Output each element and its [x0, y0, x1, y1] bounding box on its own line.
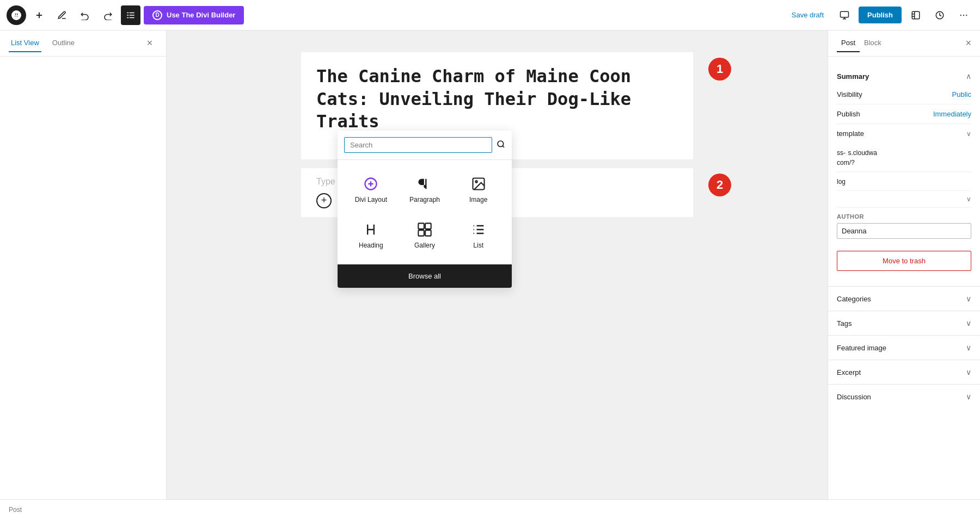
summary-header[interactable]: Summary ∧ — [837, 65, 971, 85]
right-panel-body: Summary ∧ Visibility Public Publish Imme… — [828, 57, 980, 286]
svg-rect-23 — [418, 230, 424, 236]
block-item-heading[interactable]: Heading — [346, 214, 396, 256]
url-suffix: com/? — [837, 159, 855, 166]
left-panel-tabs: List View Outline × — [0, 30, 166, 57]
svg-rect-9 — [130, 17, 134, 18]
summary-chevron-icon: ∧ — [966, 72, 971, 81]
visibility-row: Visibility Public — [837, 85, 971, 104]
divi-circle-icon: D — [152, 10, 162, 20]
add-block-toolbar-btn[interactable] — [29, 5, 49, 25]
wp-logo[interactable]: W — [7, 5, 26, 25]
right-panel: Post Block × Summary ∧ Visibility Public… — [828, 30, 980, 499]
paragraph-icon — [417, 175, 432, 193]
tags-title: Tags — [837, 319, 852, 328]
excerpt-header[interactable]: Excerpt ∨ — [828, 360, 980, 384]
svg-point-14 — [963, 14, 964, 15]
tags-chevron-icon: ∨ — [966, 319, 971, 328]
author-select[interactable]: Deanna — [837, 223, 971, 239]
block-picker-search-area — [338, 131, 512, 160]
discussion-header[interactable]: Discussion ∨ — [828, 385, 980, 409]
svg-line-17 — [503, 146, 504, 147]
svg-point-20 — [475, 181, 477, 183]
post-title-input[interactable]: The Canine Charm of Maine Coon Cats: Unv… — [316, 65, 678, 133]
block-item-gallery[interactable]: Gallery — [400, 214, 450, 256]
toolbar-left: W D Use The Divi Builder — [7, 5, 244, 25]
image-icon — [471, 175, 486, 193]
blog-section: log — [837, 172, 971, 191]
tab-outline[interactable]: Outline — [50, 34, 77, 52]
featured-image-chevron-icon: ∨ — [966, 343, 971, 352]
visibility-value[interactable]: Public — [952, 90, 971, 98]
category-chevron: ∨ — [966, 195, 971, 203]
status-bar-label: Post — [9, 506, 22, 514]
featured-image-section: Featured image ∨ — [828, 335, 980, 360]
add-block-inline-btn[interactable]: + — [316, 193, 332, 208]
url-section: ss- s.cloudwa com/? — [837, 143, 971, 172]
divi-builder-btn[interactable]: D Use The Divi Builder — [144, 6, 244, 24]
summary-title: Summary — [837, 72, 869, 81]
svg-rect-22 — [425, 223, 431, 229]
tags-section: Tags ∨ — [828, 311, 980, 335]
url-text: ss- — [837, 149, 846, 157]
category-row[interactable]: ∨ — [837, 191, 971, 208]
editor-area[interactable]: 1 The Canine Charm of Maine Coon Cats: U… — [167, 30, 828, 499]
top-toolbar: W D Use The Divi Builder Save draft Publ… — [0, 0, 980, 30]
divi-settings-btn[interactable] — [930, 5, 950, 25]
template-chevron[interactable]: ∨ — [966, 130, 971, 138]
categories-section: Categories ∨ — [828, 286, 980, 311]
excerpt-title: Excerpt — [837, 368, 861, 376]
tags-header[interactable]: Tags ∨ — [828, 311, 980, 335]
divi-layout-icon — [363, 175, 378, 193]
block-grid: Divi Layout Paragraph Image — [338, 160, 512, 264]
move-to-trash-btn[interactable]: Move to trash — [837, 251, 971, 271]
close-left-panel-btn[interactable]: × — [142, 36, 157, 51]
discussion-chevron-icon: ∨ — [966, 392, 971, 401]
save-draft-btn[interactable]: Save draft — [785, 8, 830, 22]
featured-image-header[interactable]: Featured image ∨ — [828, 336, 980, 360]
settings-btn[interactable] — [906, 5, 926, 25]
block-item-image[interactable]: Image — [454, 169, 503, 210]
block-search-btn[interactable] — [497, 140, 505, 151]
publish-value[interactable]: Immediately — [933, 110, 971, 118]
publish-btn[interactable]: Publish — [859, 7, 902, 23]
heading-icon — [363, 221, 378, 238]
more-options-btn[interactable] — [954, 5, 973, 25]
svg-rect-6 — [127, 15, 128, 16]
block-item-divi-layout[interactable]: Divi Layout — [346, 169, 396, 210]
redo-btn[interactable] — [98, 5, 118, 25]
step-2-indicator: 2 — [708, 174, 731, 196]
block-item-list[interactable]: List — [454, 214, 503, 256]
close-right-panel-btn[interactable]: × — [965, 38, 971, 49]
undo-btn[interactable] — [75, 5, 95, 25]
block-search-input[interactable] — [344, 137, 492, 153]
tab-block[interactable]: Block — [860, 34, 886, 52]
right-panel-tabs: Post Block × — [828, 30, 980, 57]
discussion-title: Discussion — [837, 393, 871, 401]
author-label: AUTHOR — [837, 213, 971, 220]
block-label-image: Image — [469, 196, 487, 203]
preview-btn[interactable] — [835, 5, 854, 25]
tab-list-view[interactable]: List View — [9, 34, 41, 52]
list-view-toggle[interactable] — [121, 5, 140, 25]
categories-header[interactable]: Categories ∨ — [828, 287, 980, 311]
svg-rect-7 — [130, 15, 134, 16]
template-row: template ∨ — [837, 124, 971, 143]
left-panel: List View Outline × — [0, 30, 167, 499]
block-item-paragraph[interactable]: Paragraph — [400, 169, 450, 210]
svg-rect-5 — [130, 12, 134, 13]
step-1-indicator: 1 — [708, 58, 731, 81]
categories-chevron-icon: ∨ — [966, 294, 971, 303]
publish-row: Publish Immediately — [837, 104, 971, 124]
tab-post[interactable]: Post — [837, 34, 860, 52]
tools-btn[interactable] — [52, 5, 72, 25]
svg-point-13 — [960, 14, 961, 15]
svg-text:W: W — [14, 13, 19, 18]
svg-point-15 — [966, 14, 967, 15]
divi-btn-label: Use The Divi Builder — [167, 11, 235, 19]
block-picker-popup: Divi Layout Paragraph Image — [338, 131, 512, 288]
svg-rect-8 — [127, 17, 128, 18]
block-label-gallery: Gallery — [414, 242, 435, 249]
featured-image-title: Featured image — [837, 344, 886, 352]
browse-all-btn[interactable]: Browse all — [338, 264, 512, 288]
list-icon — [471, 221, 486, 238]
